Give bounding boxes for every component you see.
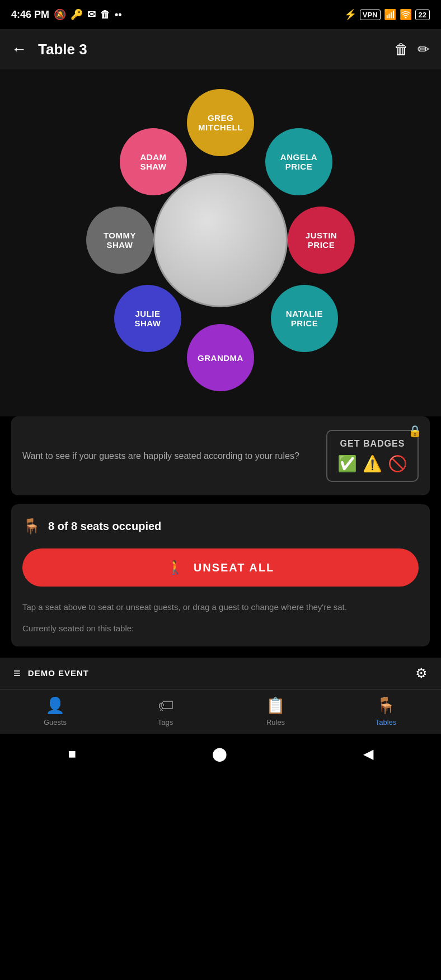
seat-label: JULIESHAW	[135, 309, 161, 328]
seat-label: GREGMITCHELL	[198, 113, 243, 132]
delete-table-button[interactable]: 🗑	[394, 41, 409, 58]
wifi-icon: 🛜	[400, 8, 412, 21]
nav-tabs: 👤 Guests 🏷 Tags 📋 Rules 🪑 Tables	[0, 689, 441, 734]
signal-icon: 📶	[384, 8, 396, 21]
tab-guests[interactable]: 👤 Guests	[0, 696, 110, 726]
event-name: DEMO EVENT	[28, 668, 89, 678]
vpn-badge: VPN	[360, 10, 381, 20]
tab-tags-label: Tags	[158, 718, 173, 726]
badges-description: Want to see if your guests are happily s…	[22, 449, 317, 463]
seat-natalie-price[interactable]: NATALIEPRICE	[271, 285, 338, 352]
seating-container: GREGMITCHELL ADAMSHAW ANGELAPRICE TOMMYS…	[81, 83, 360, 397]
seat-angela-price[interactable]: ANGELAPRICE	[265, 128, 332, 195]
get-badges-button[interactable]: 🔒 GET BADGES ✅ ⚠️ 🚫	[326, 430, 419, 482]
tab-tables-label: Tables	[376, 718, 397, 726]
tables-icon: 🪑	[376, 696, 396, 715]
seat-label: GRANDMA	[198, 353, 243, 363]
seats-count-row: 🪑 8 of 8 seats occupied	[22, 518, 419, 535]
seat-adam-shaw[interactable]: ADAMSHAW	[120, 128, 187, 195]
demo-event-bar: ≡ DEMO EVENT ⚙	[0, 658, 441, 689]
settings-icon[interactable]: ⚙	[415, 665, 428, 681]
currently-seated-label: Currently seated on this table:	[22, 623, 419, 633]
demo-left: ≡ DEMO EVENT	[13, 666, 89, 681]
more-icon: ••	[115, 9, 122, 21]
edit-table-button[interactable]: ✏	[417, 41, 430, 58]
delete-icon: 🗑	[100, 9, 110, 21]
walk-icon: 🚶	[167, 560, 185, 575]
seat-label: ANGELAPRICE	[280, 152, 317, 171]
error-badge-icon: 🚫	[388, 454, 407, 473]
back-system-button[interactable]: ◀	[363, 746, 373, 762]
seat-label: TOMMYSHAW	[104, 231, 136, 250]
unseat-all-label: UNSEAT ALL	[194, 561, 274, 574]
status-right: ⚡ VPN 📶 🛜 22	[344, 8, 430, 21]
seats-count-text: 8 of 8 seats occupied	[48, 520, 161, 533]
check-badge-icon: ✅	[337, 454, 357, 473]
seat-justin-price[interactable]: JUSTINPRICE	[288, 207, 355, 274]
status-left: 4:46 PM 🔕 🔑 ✉ 🗑 ••	[11, 8, 122, 21]
seat-label: NATALIEPRICE	[286, 309, 323, 328]
seat-label: ADAMSHAW	[140, 152, 167, 171]
badge-icons-row: ✅ ⚠️ 🚫	[337, 454, 407, 473]
center-table	[153, 173, 288, 307]
status-time: 4:46 PM	[11, 9, 49, 21]
badges-section: Want to see if your guests are happily s…	[11, 416, 430, 495]
guests-icon: 👤	[45, 696, 65, 715]
seat-greg-mitchell[interactable]: GREGMITCHELL	[187, 89, 254, 156]
warning-badge-icon: ⚠️	[363, 454, 382, 473]
seat-grandma[interactable]: GRANDMA	[187, 324, 254, 391]
system-nav: ■ ⬤ ◀	[0, 734, 441, 774]
tab-tables[interactable]: 🪑 Tables	[331, 696, 441, 726]
mute-icon: 🔕	[54, 8, 66, 21]
helper-text: Tap a seat above to seat or unseat guest…	[22, 600, 419, 615]
tab-tags[interactable]: 🏷 Tags	[110, 696, 221, 726]
header-actions: 🗑 ✏	[394, 41, 430, 58]
tags-icon: 🏷	[158, 696, 173, 715]
key-icon: 🔑	[71, 8, 83, 21]
rules-icon: 📋	[266, 696, 285, 715]
seat-tommy-shaw[interactable]: TOMMYSHAW	[86, 207, 153, 274]
tab-rules-label: Rules	[266, 718, 285, 726]
status-bar: 4:46 PM 🔕 🔑 ✉ 🗑 •• ⚡ VPN 📶 🛜 22	[0, 0, 441, 29]
table-diagram: GREGMITCHELL ADAMSHAW ANGELAPRICE TOMMYS…	[0, 69, 441, 416]
battery-icon: 22	[415, 10, 430, 20]
tab-rules[interactable]: 📋 Rules	[221, 696, 331, 726]
tab-guests-label: Guests	[44, 718, 67, 726]
lock-icon: 🔒	[408, 424, 422, 438]
page-title: Table 3	[38, 41, 383, 58]
mail-icon: ✉	[87, 8, 96, 21]
back-button[interactable]: ←	[11, 40, 27, 58]
list-icon: ≡	[13, 666, 21, 681]
unseat-all-button[interactable]: 🚶 UNSEAT ALL	[22, 548, 419, 587]
square-button[interactable]: ■	[68, 746, 76, 762]
app-header: ← Table 3 🗑 ✏	[0, 29, 441, 69]
seats-info-section: 🪑 8 of 8 seats occupied 🚶 UNSEAT ALL Tap…	[11, 504, 430, 646]
chair-icon: 🪑	[22, 518, 40, 535]
seat-julie-shaw[interactable]: JULIESHAW	[114, 285, 181, 352]
get-badges-label: GET BADGES	[337, 439, 407, 449]
home-button[interactable]: ⬤	[212, 746, 227, 762]
bluetooth-icon: ⚡	[344, 8, 356, 21]
seat-label: JUSTINPRICE	[306, 231, 337, 250]
